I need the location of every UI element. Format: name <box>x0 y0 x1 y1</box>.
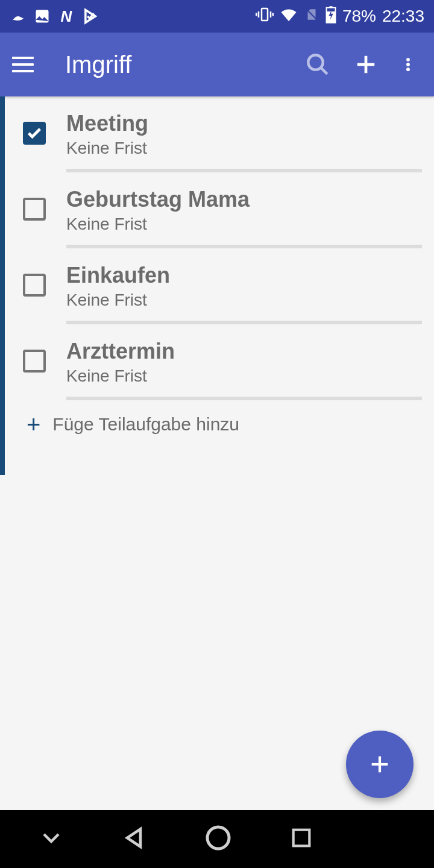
recents-button[interactable] <box>289 826 313 852</box>
svg-point-16 <box>406 68 410 71</box>
task-divider <box>66 397 422 400</box>
content-area: Meeting Keine Frist Geburtstag Mama Kein… <box>0 96 434 448</box>
no-sim-icon <box>304 7 319 27</box>
svg-point-15 <box>406 63 410 66</box>
fab-add-button[interactable] <box>346 731 414 798</box>
task-title: Arzttermin <box>66 339 422 364</box>
svg-point-10 <box>308 55 323 70</box>
task-subtitle: Keine Frist <box>66 215 422 234</box>
clock-time: 22:33 <box>382 7 424 26</box>
status-bar: N 78% 22:33 <box>0 0 434 33</box>
task-subtitle: Keine Frist <box>66 139 422 158</box>
wifi-icon <box>280 5 298 28</box>
play-check-icon <box>82 8 99 25</box>
task-subtitle: Keine Frist <box>66 366 422 386</box>
keyboard-collapse-icon[interactable] <box>40 827 64 851</box>
svg-line-11 <box>321 68 327 74</box>
status-right: 78% 22:33 <box>256 5 424 28</box>
add-icon[interactable] <box>351 49 381 80</box>
add-subtask-label: Füge Teilaufgabe hinzu <box>52 414 239 435</box>
svg-rect-1 <box>262 8 268 20</box>
task-row[interactable]: Einkaufen Keine Frist <box>0 248 434 324</box>
task-divider <box>66 245 422 248</box>
n-icon: N <box>58 8 75 25</box>
status-left-icons: N <box>10 8 99 25</box>
task-checkbox[interactable] <box>23 350 46 373</box>
battery-charging-icon <box>326 5 336 28</box>
task-title: Einkaufen <box>66 263 422 288</box>
task-title: Geburtstag Mama <box>66 187 422 212</box>
menu-icon[interactable] <box>11 52 35 77</box>
left-accent-bar <box>0 96 5 475</box>
task-divider <box>66 169 422 172</box>
app-title: Imgriff <box>65 51 285 78</box>
image-icon <box>34 8 51 25</box>
task-divider <box>66 321 422 324</box>
home-button[interactable] <box>204 823 233 855</box>
task-subtitle: Keine Frist <box>66 291 422 310</box>
navigation-bar <box>0 810 434 868</box>
task-checkbox[interactable] <box>23 198 46 221</box>
vibrate-icon <box>256 5 274 28</box>
svg-rect-20 <box>293 830 309 846</box>
svg-point-19 <box>207 827 229 849</box>
task-checkbox[interactable] <box>23 274 46 297</box>
task-checkbox[interactable] <box>23 122 46 145</box>
app-bar: Imgriff <box>0 33 434 96</box>
add-subtask-row[interactable]: + Füge Teilaufgabe hinzu <box>0 400 434 448</box>
svg-point-14 <box>406 58 410 61</box>
plus-icon: + <box>27 412 40 436</box>
task-row[interactable]: Arzttermin Keine Frist <box>0 324 434 400</box>
back-button[interactable] <box>121 825 147 854</box>
lizard-icon <box>10 8 27 25</box>
task-row[interactable]: Meeting Keine Frist <box>0 96 434 172</box>
task-row[interactable]: Geburtstag Mama Keine Frist <box>0 172 434 248</box>
overflow-menu-icon[interactable] <box>393 49 423 80</box>
battery-percent: 78% <box>342 7 376 26</box>
svg-rect-8 <box>329 6 332 8</box>
task-title: Meeting <box>66 111 422 136</box>
search-icon[interactable] <box>303 49 333 80</box>
